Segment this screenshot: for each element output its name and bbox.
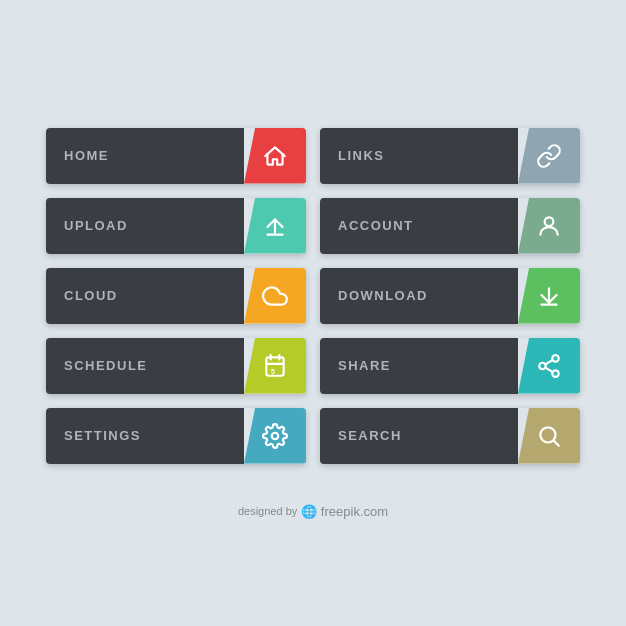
cloud-icon xyxy=(262,283,288,309)
footer: designed by 🌐 freepik.com xyxy=(238,504,388,519)
footer-brand: 🌐 freepik.com xyxy=(301,504,388,519)
search-button[interactable]: SEARCH xyxy=(320,408,580,464)
buttons-grid: HOME LINKS UPLOAD xyxy=(26,108,600,484)
svg-line-6 xyxy=(545,367,552,371)
account-label: ACCOUNT xyxy=(338,218,414,233)
settings-button[interactable]: SETTINGS xyxy=(46,408,306,464)
home-icon xyxy=(262,143,288,169)
upload-button[interactable]: UPLOAD xyxy=(46,198,306,254)
links-button[interactable]: LINKS xyxy=(320,128,580,184)
settings-label: SETTINGS xyxy=(64,428,141,443)
share-icon xyxy=(536,353,562,379)
svg-point-0 xyxy=(545,217,554,226)
account-label-area: ACCOUNT xyxy=(320,198,518,254)
svg-line-7 xyxy=(545,360,552,364)
home-label: HOME xyxy=(64,148,109,163)
schedule-button[interactable]: SCHEDULE 5 xyxy=(46,338,306,394)
links-label-area: LINKS xyxy=(320,128,518,184)
search-icon xyxy=(536,423,562,449)
svg-point-8 xyxy=(272,432,279,439)
svg-point-9 xyxy=(540,427,555,442)
download-label-area: DOWNLOAD xyxy=(320,268,518,324)
settings-label-area: SETTINGS xyxy=(46,408,244,464)
schedule-label: SCHEDULE xyxy=(64,358,148,373)
upload-icon-area xyxy=(244,198,306,254)
account-icon-area xyxy=(518,198,580,254)
cloud-button[interactable]: CLOUD xyxy=(46,268,306,324)
upload-icon xyxy=(262,213,288,239)
home-button[interactable]: HOME xyxy=(46,128,306,184)
footer-text: designed by xyxy=(238,505,297,517)
upload-label-area: UPLOAD xyxy=(46,198,244,254)
download-label: DOWNLOAD xyxy=(338,288,428,303)
home-icon-area xyxy=(244,128,306,184)
schedule-label-area: SCHEDULE xyxy=(46,338,244,394)
share-label-area: SHARE xyxy=(320,338,518,394)
search-label-area: SEARCH xyxy=(320,408,518,464)
cloud-icon-area xyxy=(244,268,306,324)
download-icon xyxy=(536,283,562,309)
cloud-label: CLOUD xyxy=(64,288,118,303)
settings-icon xyxy=(262,423,288,449)
search-icon-area xyxy=(518,408,580,464)
links-icon-area xyxy=(518,128,580,184)
schedule-icon: 5 xyxy=(262,353,288,379)
svg-rect-1 xyxy=(266,357,283,375)
cloud-label-area: CLOUD xyxy=(46,268,244,324)
search-label: SEARCH xyxy=(338,428,402,443)
settings-icon-area xyxy=(244,408,306,464)
svg-text:5: 5 xyxy=(271,366,275,375)
links-label: LINKS xyxy=(338,148,385,163)
schedule-icon-area: 5 xyxy=(244,338,306,394)
download-button[interactable]: DOWNLOAD xyxy=(320,268,580,324)
home-label-area: HOME xyxy=(46,128,244,184)
upload-label: UPLOAD xyxy=(64,218,128,233)
share-button[interactable]: SHARE xyxy=(320,338,580,394)
share-icon-area xyxy=(518,338,580,394)
download-icon-area xyxy=(518,268,580,324)
links-icon xyxy=(536,143,562,169)
account-icon xyxy=(536,213,562,239)
share-label: SHARE xyxy=(338,358,391,373)
account-button[interactable]: ACCOUNT xyxy=(320,198,580,254)
